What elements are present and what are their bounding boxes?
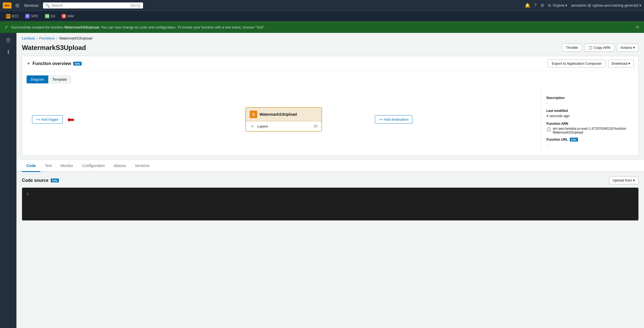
vpc-label: VPC xyxy=(31,14,38,18)
function-url-value: - xyxy=(546,143,628,147)
tab-monitor[interactable]: Monitor xyxy=(56,160,78,172)
code-source-header: Code source Info Upload from ▾ xyxy=(22,176,639,184)
function-arn-label: Function ARN xyxy=(546,122,628,126)
diagram-content: + + Add trigger ⬅ λ WatermarkS3Upload xyxy=(27,88,634,151)
function-node[interactable]: λ WatermarkS3Upload ≡ Layers (0) xyxy=(245,107,322,132)
add-destination-button[interactable]: + + Add destination xyxy=(375,115,413,124)
services-button[interactable]: Services xyxy=(22,2,40,9)
function-url-label: Function URL xyxy=(546,138,568,142)
service-tab-vpc[interactable]: V VPC xyxy=(22,12,41,20)
top-nav: aws ⊞ Services 🔍 [Alt+S] 🔔 ? ⚙ N. Virgin… xyxy=(0,0,644,11)
section-title-text: Function overview xyxy=(33,61,71,66)
service-tab-ec2[interactable]: EC EC2 xyxy=(3,12,21,20)
success-icon: ✔ xyxy=(4,24,8,30)
tab-versions[interactable]: Versions xyxy=(130,160,154,172)
export-to-composer-button[interactable]: Export to Application Composer xyxy=(548,60,606,67)
s3-icon: S3 xyxy=(45,14,49,18)
breadcrumb: Lambda › Functions › WatermarkS3Upload xyxy=(16,33,644,40)
breadcrumb-sep-2: › xyxy=(56,36,58,40)
function-node-header: λ WatermarkS3Upload xyxy=(246,108,321,121)
sidebar-menu-icon[interactable]: ☰ xyxy=(4,35,13,46)
copy-arn-button[interactable]: 📋 Copy ARN xyxy=(584,44,615,52)
add-trigger-plus-icon: + xyxy=(36,117,38,121)
diagram-center: λ WatermarkS3Upload ≡ Layers (0) xyxy=(198,88,369,151)
arn-row: 📋 arn:aws:lambda:us-east-1:472076340130:… xyxy=(546,127,628,134)
add-trigger-button[interactable]: + + Add trigger xyxy=(32,115,63,124)
overview-info-badge[interactable]: Info xyxy=(73,62,81,66)
tab-code[interactable]: Code xyxy=(22,160,40,172)
page-title: WatermarkS3Upload xyxy=(22,44,86,52)
description-value: - xyxy=(546,101,628,105)
arrow-indicator: ⬅ xyxy=(67,114,75,125)
success-close-button[interactable]: ✕ xyxy=(636,24,640,30)
last-modified-value: 4 seconds ago xyxy=(546,114,628,118)
add-destination-plus-icon: + xyxy=(379,117,381,121)
aws-logo-mark: aws xyxy=(3,2,12,9)
diagram-tabs: Diagram Template xyxy=(27,75,634,83)
tab-diagram[interactable]: Diagram xyxy=(27,75,48,83)
upload-from-button[interactable]: Upload from ▾ xyxy=(609,176,639,184)
lambda-icon: λ xyxy=(250,111,257,118)
tab-aliases[interactable]: Aliases xyxy=(109,160,130,172)
layers-count: (0) xyxy=(314,124,318,128)
s3-label: S3 xyxy=(51,14,55,18)
service-tab-s3[interactable]: S3 S3 xyxy=(42,12,58,20)
grid-icon[interactable]: ⊞ xyxy=(15,2,19,9)
function-node-body: ≡ Layers (0) xyxy=(246,121,321,131)
help-icon[interactable]: ? xyxy=(534,3,537,8)
header-actions: Throttle 📋 Copy ARN Actions ▾ xyxy=(562,44,639,52)
service-tab-iam[interactable]: IA IAM xyxy=(59,12,76,20)
content-area: Lambda › Functions › WatermarkS3Upload W… xyxy=(16,33,644,328)
function-overview-card: ▼ Function overview Info Export to Appli… xyxy=(22,56,639,156)
code-section: Code source Info Upload from ▾ \ xyxy=(16,172,644,225)
breadcrumb-sep-1: › xyxy=(36,36,38,40)
diagram-area: Diagram Template + + Add trigger ⬅ xyxy=(22,71,638,155)
layers-label: Layers xyxy=(257,124,268,128)
function-arn-value: arn:aws:lambda:us-east-1:472076340130:fu… xyxy=(553,127,628,134)
ec2-label: EC2 xyxy=(12,14,19,18)
page-header: WatermarkS3Upload Throttle 📋 Copy ARN Ac… xyxy=(16,40,644,56)
breadcrumb-lambda[interactable]: Lambda xyxy=(22,36,35,40)
service-tabs-bar: EC EC2 V VPC S3 S3 IA IAM xyxy=(0,11,644,21)
tab-configuration[interactable]: Configuration xyxy=(78,160,109,172)
success-banner: ✔ Successfully created the function Wate… xyxy=(0,21,644,33)
nav-icons: 🔔 ? ⚙ N. Virginia ▾ iamadmin @ nghiaa-aw… xyxy=(525,3,641,8)
iam-icon: IA xyxy=(62,14,66,18)
breadcrumb-functions[interactable]: Functions xyxy=(39,36,55,40)
layers-row[interactable]: ≡ Layers (0) xyxy=(246,121,321,131)
search-bar: 🔍 [Alt+S] xyxy=(43,2,143,9)
copy-arn-icon: 📋 xyxy=(588,46,593,50)
function-url-info-badge[interactable]: Info xyxy=(570,138,578,142)
code-source-title-text: Code source xyxy=(22,178,49,183)
tab-test[interactable]: Test xyxy=(40,160,56,172)
tabs-bar: Code Test Monitor Configuration Aliases … xyxy=(16,160,644,172)
layers-icon: ≡ xyxy=(250,123,255,129)
red-arrow-icon: ⬅ xyxy=(67,114,75,125)
code-editor[interactable]: \ xyxy=(22,188,639,220)
code-line-1: \ xyxy=(27,192,634,196)
diagram-left: + + Add trigger ⬅ xyxy=(27,88,198,151)
code-source-title-group: Code source Info xyxy=(22,178,59,183)
iam-label: IAM xyxy=(67,14,74,18)
description-label: Description xyxy=(546,96,628,100)
vpc-icon: V xyxy=(25,14,30,18)
code-source-info-badge[interactable]: Info xyxy=(51,179,59,182)
collapse-button[interactable]: ▼ xyxy=(27,61,30,66)
search-input[interactable] xyxy=(52,3,128,7)
tab-template[interactable]: Template xyxy=(48,75,71,83)
download-button[interactable]: Download ▾ xyxy=(608,60,634,67)
notifications-icon[interactable]: 🔔 xyxy=(525,3,530,8)
last-modified-label: Last modified xyxy=(546,109,628,113)
arn-copy-icon[interactable]: 📋 xyxy=(546,127,551,131)
sidebar-info-icon[interactable]: ℹ xyxy=(5,47,12,57)
user-info[interactable]: iamadmin @ nghiaa-aws-training-general2 … xyxy=(571,3,641,7)
throttle-button[interactable]: Throttle xyxy=(562,44,582,52)
aws-logo[interactable]: aws xyxy=(3,2,12,9)
settings-icon[interactable]: ⚙ xyxy=(540,3,544,8)
actions-dropdown[interactable]: Actions ▾ xyxy=(617,44,639,52)
sidebar: ☰ ℹ xyxy=(0,33,16,328)
success-function-name: WatermarkS3Upload xyxy=(64,25,99,29)
section-title-group: ▼ Function overview Info xyxy=(27,61,82,66)
breadcrumb-current: WatermarkS3Upload xyxy=(59,36,92,40)
region-selector[interactable]: N. Virginia ▾ xyxy=(548,3,567,7)
